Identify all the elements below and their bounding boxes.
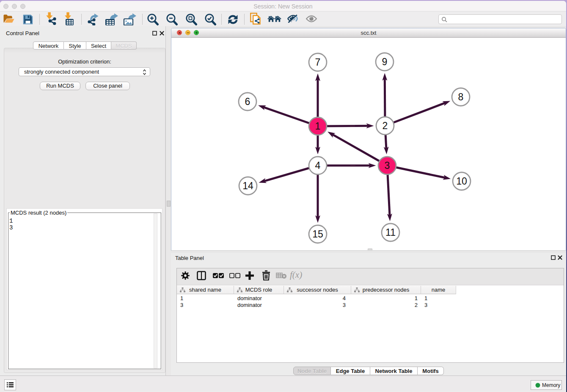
svg-text:8: 8 bbox=[458, 91, 464, 102]
svg-text:15: 15 bbox=[312, 229, 323, 240]
svg-text:4: 4 bbox=[315, 160, 321, 171]
svg-text:11: 11 bbox=[385, 227, 396, 238]
svg-text:10: 10 bbox=[456, 176, 467, 187]
svg-text:14: 14 bbox=[242, 180, 253, 191]
svg-text:1: 1 bbox=[315, 121, 321, 132]
svg-text:2: 2 bbox=[383, 120, 388, 131]
svg-text:9: 9 bbox=[382, 56, 388, 67]
svg-text:3: 3 bbox=[385, 160, 390, 171]
svg-text:7: 7 bbox=[315, 57, 321, 68]
svg-text:6: 6 bbox=[245, 96, 250, 107]
